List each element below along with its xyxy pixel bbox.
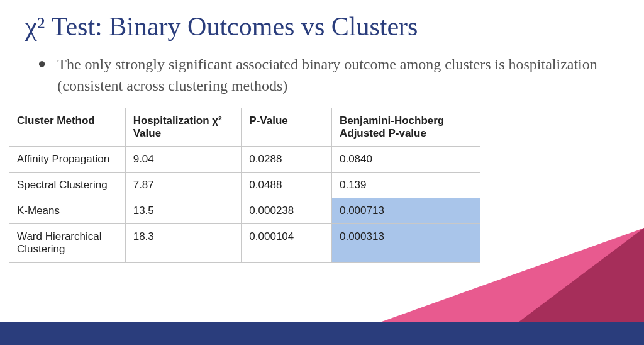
cell-pvalue: 0.0488 [242,172,332,198]
bullet-dot-icon: ● [38,54,46,74]
bullet-text: The only strongly significant associated… [57,54,619,96]
header-adjusted: Benjamini-Hochberg Adjusted P-value [331,108,480,147]
cell-chi2: 13.5 [125,198,242,224]
bullet-item: ● The only strongly significant associat… [38,54,619,96]
cell-chi2: 7.87 [125,172,242,198]
cell-method: Spectral Clustering [9,172,126,198]
header-pvalue: P-Value [242,108,332,147]
cell-chi2: 9.04 [125,147,242,172]
cell-method: K-Means [9,198,126,224]
cell-method: Affinity Propagation [9,147,126,172]
cell-method: Ward Hierarchical Clustering [9,224,126,263]
cell-pvalue: 0.000104 [242,224,332,263]
header-method: Cluster Method [9,108,126,147]
decorative-triangle-dark [518,228,644,322]
table-row: K-Means 13.5 0.000238 0.000713 [9,198,480,224]
cell-adjusted: 0.0840 [331,147,480,172]
cell-adjusted-highlighted: 0.000713 [331,198,480,224]
cell-pvalue: 0.000238 [242,198,332,224]
slide-title: χ² Test: Binary Outcomes vs Clusters [0,0,644,42]
cell-chi2: 18.3 [125,224,242,263]
decorative-bottom-bar [0,322,644,345]
table-row: Affinity Propagation 9.04 0.0288 0.0840 [9,147,480,172]
table-row: Spectral Clustering 7.87 0.0488 0.139 [9,172,480,198]
cell-adjusted: 0.139 [331,172,480,198]
header-chi2: Hospitalization χ² Value [125,108,242,147]
bullet-list: ● The only strongly significant associat… [0,42,644,96]
table-header-row: Cluster Method Hospitalization χ² Value … [9,108,480,147]
cell-pvalue: 0.0288 [242,147,332,172]
